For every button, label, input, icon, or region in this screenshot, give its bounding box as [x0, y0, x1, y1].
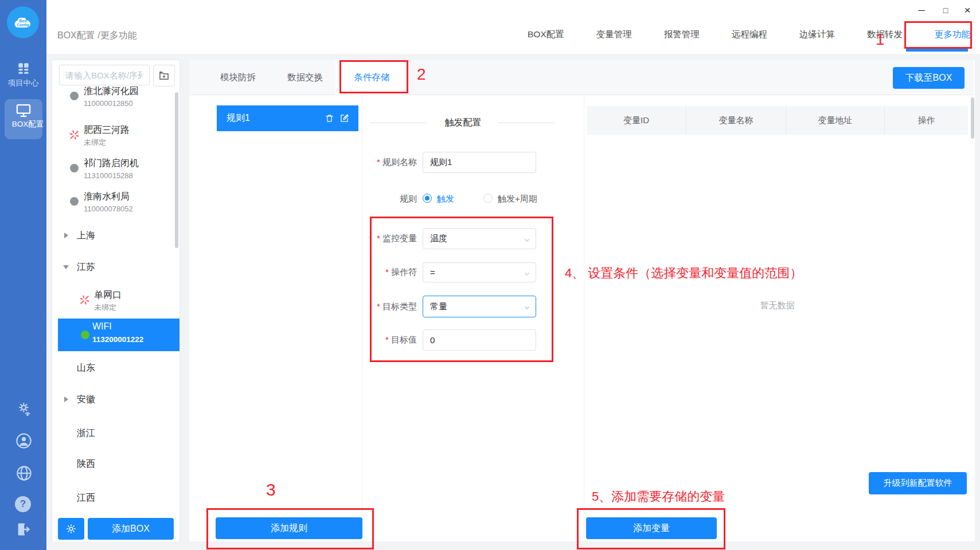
nav-item-box-config[interactable]: BOX配置 [528, 29, 564, 41]
device-serial: 未绑定 [84, 137, 175, 148]
section-line-left [370, 123, 427, 123]
target-type-label: 目标类型 [342, 301, 417, 312]
window-maximize-button[interactable]: □ [937, 3, 954, 18]
device-name: 祁门路启闭机 [84, 156, 175, 170]
add-folder-button[interactable] [153, 65, 175, 87]
device-name: 淮南水利局 [84, 190, 175, 203]
nav-item-data-forwarding[interactable]: 数据转发 [867, 29, 903, 41]
sidebar-item-box-config[interactable]: BOX配置 [5, 99, 42, 139]
delete-rule-icon[interactable] [325, 113, 334, 125]
radio-trigger-period-label[interactable]: 触发+周期 [498, 194, 537, 205]
monitor-variable-label: 监控变量 [342, 233, 417, 244]
tree-group-shandong[interactable]: 山东 [77, 362, 95, 374]
tree-group-zhejiang[interactable]: 浙江 [77, 427, 95, 439]
box-search-input[interactable] [59, 65, 150, 85]
sidebar-item-project-center[interactable]: 项目中心 [0, 61, 46, 88]
nav-item-more-functions[interactable]: 更多功能 [935, 29, 970, 41]
tab-conditional-storage[interactable]: 条件存储 [335, 60, 408, 95]
tree-group-jiangxi[interactable]: 江西 [77, 492, 95, 504]
target-value-input[interactable] [423, 329, 536, 351]
device-serial: 113100015288 [84, 170, 175, 181]
logo-text-line1: Box [19, 19, 26, 23]
main-panel: 模块防拆 数据交换 条件存储 2 下载至BOX 规则1 添加规则 3 触发配置 … [189, 60, 975, 541]
column-header-variable-name: 变量名称 [686, 106, 786, 135]
table-divider [584, 95, 584, 541]
window-close-button[interactable]: × [959, 3, 976, 18]
globe-icon[interactable] [16, 465, 32, 484]
table-empty-state: 暂无数据 [587, 300, 968, 311]
nav-active-underline [906, 49, 968, 52]
nav-item-variable-mgmt[interactable]: 变量管理 [596, 29, 632, 41]
add-rule-button[interactable]: 添加规则 [216, 517, 362, 539]
tab-data-exchange[interactable]: 数据交换 [267, 60, 343, 95]
group-label: 山东 [77, 363, 95, 372]
add-folder-icon [158, 70, 170, 81]
device-panel: 淮北濉河化园 110000012850 肥西三河路 未绑定 祁门路启闭机 113… [52, 60, 180, 543]
status-dot-offline-icon [70, 164, 79, 172]
broken-link-icon [79, 294, 91, 308]
tree-item-device-selected[interactable]: WIFI 113200001222 [58, 319, 179, 351]
add-box-button[interactable]: 添加BOX [88, 518, 174, 540]
nav-item-alarm-mgmt[interactable]: 报警管理 [664, 29, 700, 41]
tree-group-jiangsu[interactable]: 江苏 [77, 261, 95, 273]
column-header-variable-address: 变量地址 [786, 106, 885, 135]
tree-item-device[interactable]: 祁门路启闭机 113100015288 [84, 156, 175, 181]
window-minimize-button[interactable]: ─ [913, 3, 930, 18]
status-dot-online-icon [81, 331, 89, 339]
settings-wifi-icon[interactable] [17, 401, 32, 419]
tree-item-device[interactable]: 肥西三河路 未绑定 [84, 123, 175, 148]
rule-list-item[interactable]: 规则1 [217, 105, 358, 131]
column-header-actions: 操作 [885, 106, 968, 135]
device-name: 淮北濉河化园 [84, 84, 175, 98]
rule-name-label: 规则名称 [342, 157, 417, 168]
nav-item-remote-programming[interactable]: 远程编程 [732, 29, 767, 41]
rule-name-input[interactable] [423, 152, 536, 173]
monitor-icon [15, 103, 32, 118]
logo-text-line2: Config [17, 23, 29, 27]
tree-item-device[interactable]: 单网口 未绑定 [94, 288, 180, 313]
device-name: 肥西三河路 [84, 123, 175, 137]
operator-label: 操作符 [342, 267, 417, 278]
target-type-select[interactable]: 常量 [423, 296, 536, 317]
tree-scrollbar-thumb[interactable] [175, 92, 178, 248]
operator-value: = [430, 268, 435, 277]
device-name: WIFI [92, 321, 112, 332]
download-to-box-button[interactable]: 下载至BOX [893, 67, 965, 89]
rule-type-label: 规则 [342, 194, 417, 205]
annotation-number-3: 3 [266, 480, 276, 500]
help-icon[interactable]: ? [15, 496, 31, 512]
edit-rule-icon[interactable] [339, 113, 349, 125]
radio-trigger-period[interactable] [483, 194, 493, 203]
tree-item-device[interactable]: 淮南水利局 110000078052 [84, 190, 175, 214]
radio-trigger-label[interactable]: 触发 [437, 194, 454, 205]
rule-name: 规则1 [227, 112, 250, 124]
add-variable-button[interactable]: 添加变量 [586, 517, 717, 539]
tree-settings-button[interactable] [58, 518, 84, 540]
tree-item-device[interactable]: 淮北濉河化园 110000012850 [84, 84, 175, 109]
upgrade-software-button[interactable]: 升级到新配置软件 [869, 472, 967, 494]
annotation-text-step4: 4、 设置条件（选择变量和变量值的范围） [565, 265, 802, 282]
user-account-icon[interactable] [15, 433, 32, 451]
tree-group-shanghai[interactable]: 上海 [77, 230, 95, 242]
group-label: 陕西 [77, 459, 95, 469]
chevron-down-icon [524, 235, 530, 245]
breadcrumb: BOX配置 /更多功能 [57, 30, 137, 42]
nav-item-edge-computing[interactable]: 边缘计算 [799, 29, 835, 41]
chevron-right-icon [64, 396, 68, 402]
monitor-variable-value: 温度 [430, 233, 447, 244]
main-scrollbar-thumb[interactable] [971, 97, 974, 139]
section-title: 触发配置 [430, 117, 496, 129]
monitor-variable-select[interactable]: 温度 [423, 228, 536, 249]
group-label: 江苏 [77, 262, 95, 272]
chevron-right-icon [64, 233, 68, 238]
exit-logout-icon[interactable] [15, 521, 32, 540]
radio-trigger[interactable] [423, 194, 432, 203]
target-type-value: 常量 [430, 301, 447, 312]
device-serial: 110000012850 [84, 98, 175, 109]
tree-group-anhui[interactable]: 安徽 [77, 394, 95, 406]
annotation-text-step5: 5、添加需要存储的变量 [592, 488, 725, 505]
variable-table-header: 变量ID 变量名称 变量地址 操作 [587, 106, 968, 135]
tab-module-tamper[interactable]: 模块防拆 [200, 60, 276, 95]
operator-select[interactable]: = [423, 262, 536, 282]
tree-group-shaanxi[interactable]: 陕西 [77, 458, 95, 470]
